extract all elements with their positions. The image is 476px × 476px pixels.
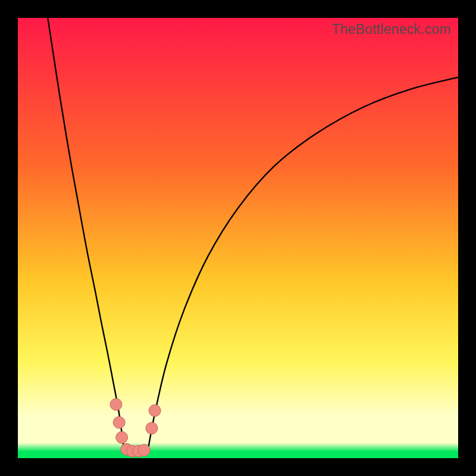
marker-group bbox=[110, 399, 161, 457]
marker-dot bbox=[116, 431, 128, 443]
chart-frame: TheBottleneck.com bbox=[0, 0, 476, 476]
curve-layer bbox=[18, 18, 458, 458]
left-branch-curve bbox=[48, 18, 123, 446]
marker-dot bbox=[146, 422, 158, 434]
plot-area: TheBottleneck.com bbox=[18, 18, 458, 458]
watermark-text: TheBottleneck.com bbox=[332, 21, 451, 37]
marker-dot bbox=[110, 399, 122, 411]
marker-dot bbox=[113, 416, 125, 428]
marker-dot bbox=[149, 405, 161, 416]
right-branch-curve bbox=[149, 77, 458, 446]
marker-dot bbox=[138, 444, 150, 456]
